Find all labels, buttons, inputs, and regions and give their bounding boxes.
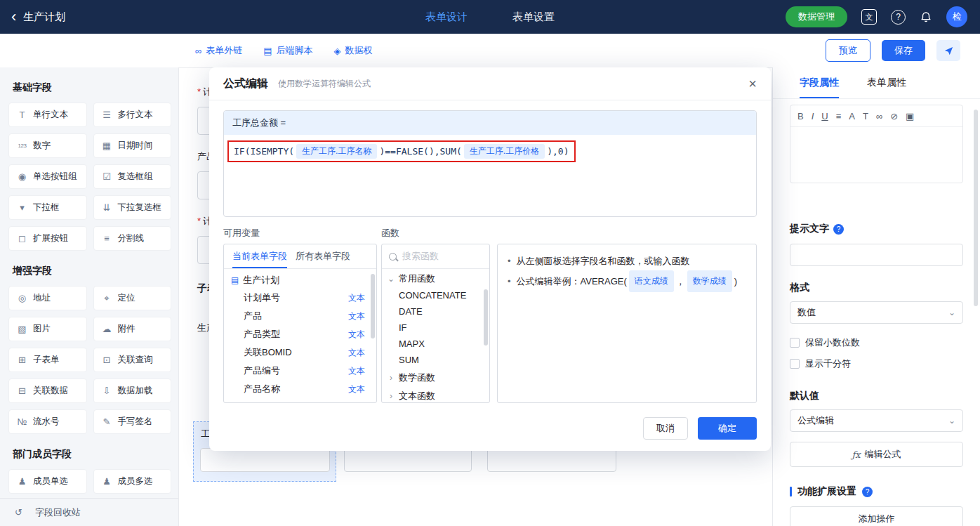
function-item[interactable]: IF <box>382 320 489 336</box>
font-color-icon[interactable]: A <box>849 111 855 121</box>
tab-form-settings[interactable]: 表单设置 <box>512 11 555 24</box>
underline-icon[interactable]: U <box>821 111 828 121</box>
share-button[interactable] <box>936 40 960 61</box>
toolbar-item-form-external-link[interactable]: ∞表单外链 <box>195 44 242 57</box>
field-item-dropdown[interactable]: ▾下拉框 <box>8 195 87 220</box>
subform-cell-input[interactable] <box>344 448 472 472</box>
field-item-multi-line-text[interactable]: ☰多行文本 <box>93 103 172 127</box>
default-value-select[interactable]: 公式编辑 ⌄ <box>790 409 963 432</box>
unlink-icon[interactable]: ⊘ <box>890 111 898 121</box>
scrollbar[interactable] <box>974 110 978 306</box>
field-item-divider[interactable]: ≡分割线 <box>93 226 172 251</box>
properties-content: BIU≡AT∞⊘▣ 提示文字 ? 格式 数值 ⌄ 保留小数位数 显示千分符 默认… <box>773 105 980 526</box>
scrollbar[interactable] <box>484 289 488 346</box>
variable-item[interactable]: 产品名称文本 <box>224 380 376 398</box>
close-icon[interactable]: × <box>748 77 757 91</box>
subform-cell-input[interactable] <box>200 448 330 472</box>
help-badge-icon[interactable]: ? <box>833 224 844 235</box>
back-icon[interactable]: ‹ <box>11 9 16 25</box>
field-item-number[interactable]: 123数字 <box>8 133 87 158</box>
confirm-button[interactable]: 确定 <box>698 417 757 440</box>
scrollbar[interactable] <box>371 274 375 338</box>
field-token[interactable]: 生产工序.工序价格 <box>464 144 545 159</box>
fx-icon: ƒx <box>852 449 860 460</box>
field-item-datetime[interactable]: ▦日期时间 <box>93 133 172 158</box>
toolbar-item-label: 后端脚本 <box>277 44 313 57</box>
font-size-icon[interactable]: T <box>863 111 868 121</box>
variable-item[interactable]: 产品文本 <box>224 307 376 325</box>
field-item-member-single[interactable]: ♟成员单选 <box>8 469 87 494</box>
field-item-radio-group[interactable]: ◉单选按钮组 <box>8 164 87 189</box>
tab-form-properties[interactable]: 表单属性 <box>867 67 906 98</box>
help-badge-icon[interactable]: ? <box>862 487 873 497</box>
field-item-extend-button[interactable]: ◻扩展按钮 <box>8 226 87 251</box>
designer-toolbar-items: ∞表单外链▤后端脚本◈数据权 <box>0 44 373 57</box>
field-item-single-line-text[interactable]: T单行文本 <box>8 103 87 127</box>
field-item-signature[interactable]: ✎手写签名 <box>93 409 172 434</box>
function-item[interactable]: SUM <box>382 352 489 368</box>
left-sidebar: 基础字段T单行文本☰多行文本123数字▦日期时间◉单选按钮组☑复选框组▾下拉框⇊… <box>0 67 179 526</box>
function-item[interactable]: CONCATENATE <box>382 287 489 303</box>
field-item-serial-number[interactable]: №流水号 <box>8 409 87 434</box>
chevron-right-icon: › <box>388 391 395 401</box>
save-button[interactable]: 保存 <box>882 40 925 61</box>
insert-image-icon[interactable]: ▣ <box>906 111 914 121</box>
formula-input-area[interactable]: IF(ISEMPTY(生产工序.工序名称)==FALSE(),SUM(生产工序.… <box>224 135 756 168</box>
toolbar-item-backend-script[interactable]: ▤后端脚本 <box>263 44 312 57</box>
field-item-subform[interactable]: ⊞子表单 <box>8 348 87 372</box>
field-item-address[interactable]: ◎地址 <box>8 286 87 310</box>
decimal-checkbox[interactable]: 保留小数位数 <box>790 336 963 349</box>
bold-icon[interactable]: B <box>797 111 804 121</box>
variable-item[interactable]: 产品类型文本 <box>224 325 376 343</box>
hint-text-input[interactable] <box>790 244 963 266</box>
help-line-1: • 从左侧面板选择字段名和函数，或输入函数 <box>508 251 746 270</box>
tab-current-form-fields[interactable]: 当前表单字段 <box>232 244 287 268</box>
function-group[interactable]: ›数学函数 <box>382 368 489 386</box>
thousand-checkbox[interactable]: 显示千分符 <box>790 357 963 370</box>
thousand-checkbox-label: 显示千分符 <box>805 357 851 370</box>
function-search-input[interactable]: 搜索函数 <box>382 244 489 269</box>
variable-item[interactable]: 产品编号文本 <box>224 362 376 380</box>
align-icon[interactable]: ≡ <box>836 111 842 121</box>
field-item-checkbox-group[interactable]: ☑复选框组 <box>93 164 172 189</box>
field-token[interactable]: 生产工序.工序名称 <box>296 144 377 159</box>
field-item-label: 单选按钮组 <box>33 171 77 183</box>
bullet-icon: • <box>508 251 511 270</box>
variable-item[interactable]: 关联BOMID文本 <box>224 343 376 362</box>
function-item[interactable]: DATE <box>382 303 489 320</box>
edit-formula-button[interactable]: ƒx 编辑公式 <box>790 442 963 467</box>
avatar[interactable]: 检 <box>946 6 967 27</box>
italic-icon[interactable]: I <box>812 111 814 121</box>
formula-editor[interactable]: 工序总金额 = IF(ISEMPTY(生产工序.工序名称)==FALSE(),S… <box>223 110 757 217</box>
preview-button[interactable]: 预览 <box>826 39 870 62</box>
tab-field-properties[interactable]: 字段属性 <box>800 67 839 98</box>
function-item[interactable]: MAPX <box>382 336 489 352</box>
cancel-button[interactable]: 取消 <box>643 417 688 440</box>
link-icon[interactable]: ∞ <box>876 111 882 121</box>
add-action-button[interactable]: 添加操作 <box>790 506 963 526</box>
function-group[interactable]: ⌄常用函数 <box>382 269 489 287</box>
field-item-dropdown-multi[interactable]: ⇊下拉复选框 <box>93 195 172 220</box>
field-item-location[interactable]: ⌖定位 <box>93 286 172 310</box>
toolbar-item-data-permission[interactable]: ◈数据权 <box>334 44 373 57</box>
richtext-editor[interactable]: BIU≡AT∞⊘▣ <box>790 105 963 183</box>
tab-all-form-fields[interactable]: 所有表单字段 <box>296 244 350 268</box>
field-item-attachment[interactable]: ☁附件 <box>93 317 172 341</box>
data-manage-button[interactable]: 数据管理 <box>786 6 847 27</box>
bell-icon[interactable] <box>920 11 932 23</box>
functions-label: 函数 <box>381 227 399 239</box>
tab-form-design[interactable]: 表单设计 <box>425 11 468 24</box>
field-item-linked-query[interactable]: ⊡关联查询 <box>93 348 172 372</box>
field-item-data-load[interactable]: ⇩数据加载 <box>93 379 172 403</box>
field-item-linked-data[interactable]: ⊟关联数据 <box>8 379 87 403</box>
help-icon[interactable]: ? <box>891 10 906 25</box>
field-recycle-bin[interactable]: ↺ 字段回收站 <box>0 498 179 526</box>
variable-item[interactable]: 计划单号文本 <box>224 289 376 307</box>
format-select[interactable]: 数值 ⌄ <box>790 301 963 324</box>
field-item-member-multi[interactable]: ♟成员多选 <box>93 469 172 494</box>
language-icon[interactable]: 文 <box>861 9 877 25</box>
subform-cell-input[interactable] <box>487 448 616 472</box>
field-item-image[interactable]: ▧图片 <box>8 317 87 341</box>
function-group[interactable]: ›文本函数 <box>382 386 489 403</box>
variables-root[interactable]: ▤ 生产计划 <box>224 269 376 289</box>
